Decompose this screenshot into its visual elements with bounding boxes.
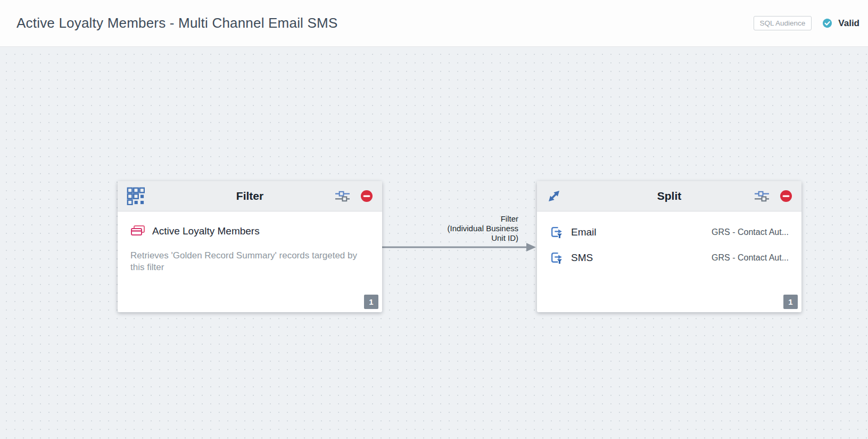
split-row-email[interactable]: Email GRS - Contact Aut... — [550, 223, 789, 241]
status-label: Valid — [838, 18, 859, 29]
split-node-body: Email GRS - Contact Aut... SMS GRS - Con… — [537, 212, 801, 312]
topbar-right: SQL Audience Valid — [754, 16, 860, 31]
remove-button[interactable] — [780, 190, 792, 202]
validation-status: Valid — [821, 17, 859, 30]
split-node[interactable]: Split — [537, 181, 801, 312]
filter-source-row[interactable]: Active Loyalty Members — [130, 223, 369, 239]
channel-value: GRS - Contact Aut... — [712, 227, 789, 237]
filter-node[interactable]: Filter — [118, 181, 382, 312]
channel-label: SMS — [571, 252, 593, 264]
filter-description: Retrieves 'Golden Record Summary' record… — [130, 250, 365, 273]
output-channel-icon — [550, 251, 564, 265]
expand-diagonal-icon — [546, 188, 562, 204]
filter-node-body: Active Loyalty Members Retrieves 'Golden… — [118, 212, 382, 312]
connector-label-line: Filter — [448, 214, 518, 224]
topbar: Active Loyalty Members - Multi Channel E… — [0, 0, 868, 47]
configure-icon[interactable] — [755, 190, 769, 202]
channel-label: Email — [571, 226, 597, 238]
split-node-header: Split — [537, 181, 801, 212]
connector-label: Filter (Individual Business Unit ID) — [448, 214, 518, 243]
seal-check-icon — [821, 17, 834, 30]
connector-label-line: Unit ID) — [448, 233, 518, 243]
workflow-canvas[interactable]: Filter (Individual Business Unit ID) — [0, 47, 868, 439]
filter-node-header: Filter — [118, 181, 382, 212]
split-row-sms[interactable]: SMS GRS - Contact Aut... — [550, 249, 789, 267]
grid-icon — [127, 187, 145, 205]
remove-button[interactable] — [360, 190, 373, 202]
record-count-badge: 1 — [364, 295, 378, 309]
filter-source-name: Active Loyalty Members — [152, 225, 260, 237]
cards-icon — [130, 225, 145, 238]
connector-label-line: (Individual Business — [448, 224, 518, 233]
page-title: Active Loyalty Members - Multi Channel E… — [16, 15, 337, 31]
channel-value: GRS - Contact Aut... — [712, 253, 789, 263]
output-channel-icon — [550, 225, 564, 240]
audience-type-badge: SQL Audience — [754, 16, 812, 31]
configure-icon[interactable] — [335, 190, 350, 202]
record-count-badge: 1 — [783, 295, 798, 309]
